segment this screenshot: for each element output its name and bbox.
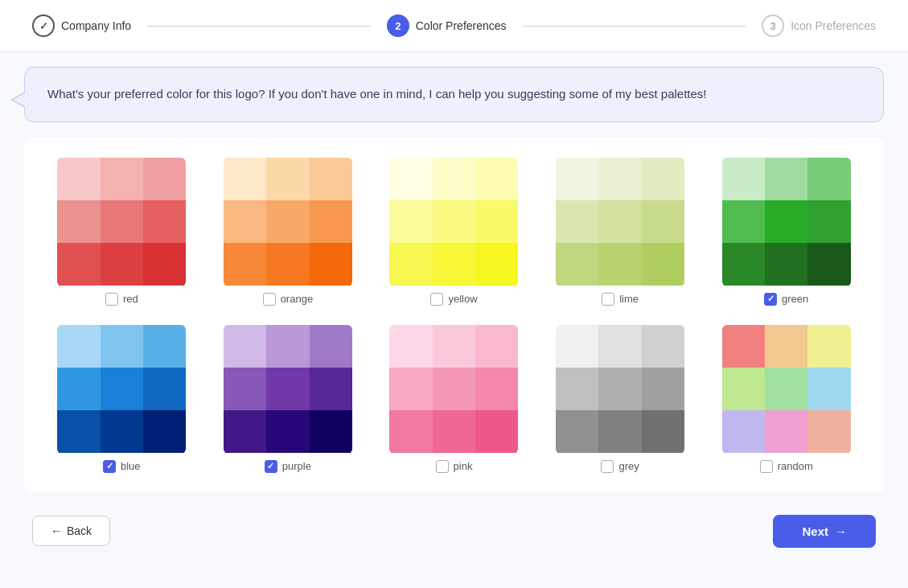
palette-cell (722, 243, 765, 286)
palette-cell (266, 410, 309, 453)
palette-cell (807, 243, 850, 286)
step-line-1 (147, 26, 371, 27)
next-button[interactable]: Next → (773, 515, 876, 548)
palette-cell (598, 368, 641, 410)
checkbox-pink[interactable] (436, 460, 449, 473)
palette-yellow[interactable] (389, 158, 518, 286)
palette-cell (556, 325, 598, 368)
color-item-lime[interactable]: lime (545, 158, 696, 306)
palette-cell (266, 158, 309, 200)
palette-cell (642, 200, 684, 243)
checkbox-lime[interactable] (602, 293, 614, 306)
checkbox-yellow[interactable] (430, 293, 443, 306)
palette-cell (101, 200, 143, 243)
step-company-info: ✓ Company Info (32, 14, 131, 37)
back-button[interactable]: ← Back (32, 516, 110, 546)
palette-cell (722, 200, 765, 243)
palette-cell (807, 368, 850, 410)
color-name-purple: purple (282, 460, 311, 472)
footer: ← Back Next → (0, 500, 908, 562)
color-item-pink[interactable]: pink (379, 325, 529, 473)
color-item-random[interactable]: random (711, 325, 861, 473)
color-label-row-pink: pink (436, 460, 473, 473)
palette-cell (722, 410, 765, 453)
palette-cell (101, 325, 143, 368)
palette-cell (765, 200, 807, 243)
checkbox-blue[interactable] (103, 460, 116, 473)
palette-cell (642, 410, 684, 453)
palette-cell (224, 410, 266, 453)
palette-cell (765, 410, 807, 453)
palette-cell (143, 325, 186, 368)
palette-cell (266, 200, 309, 243)
color-label-row-random: random (760, 460, 813, 473)
step-circle-color-preferences: 2 (387, 14, 409, 37)
palette-cell (310, 325, 352, 368)
palette-orange[interactable] (224, 158, 352, 286)
color-item-green[interactable]: green (711, 158, 861, 306)
palette-cell (722, 325, 765, 368)
step-line-2 (523, 26, 746, 27)
checkbox-green[interactable] (764, 293, 777, 306)
palette-random[interactable] (722, 325, 851, 454)
chat-bubble: What's your preferred color for this log… (24, 67, 884, 122)
palette-cell (556, 368, 598, 410)
palette-cell (475, 158, 518, 200)
palette-cell (389, 243, 432, 286)
palette-cell (475, 243, 518, 286)
color-item-orange[interactable]: orange (213, 158, 364, 306)
palette-cell (57, 410, 100, 453)
palette-cell (765, 243, 807, 286)
color-item-yellow[interactable]: yellow (379, 158, 529, 306)
checkbox-orange[interactable] (263, 293, 276, 306)
palette-pink[interactable] (389, 325, 518, 454)
palette-red[interactable] (57, 158, 186, 286)
palette-cell (433, 200, 475, 243)
palette-cell (57, 243, 100, 286)
palette-cell (433, 410, 475, 453)
color-item-purple[interactable]: purple (213, 325, 364, 473)
color-item-grey[interactable]: grey (545, 325, 696, 473)
palette-cell (433, 368, 475, 410)
color-label-row-purple: purple (265, 460, 311, 473)
palette-cell (101, 410, 143, 453)
palette-cell (556, 243, 598, 286)
stepper: ✓ Company Info 2 Color Preferences 3 Ico… (0, 0, 908, 52)
checkbox-grey[interactable] (601, 460, 614, 473)
palette-green[interactable] (722, 158, 851, 286)
palette-cell (266, 368, 309, 410)
palette-cell (101, 368, 143, 410)
palette-blue[interactable] (57, 325, 186, 454)
palette-cell (807, 158, 850, 200)
palette-lime[interactable] (556, 158, 684, 286)
palette-cell (266, 325, 309, 368)
palette-cell (556, 158, 598, 200)
color-name-grey: grey (618, 460, 639, 472)
step-label-icon-preferences: Icon Preferences (791, 19, 876, 32)
checkbox-red[interactable] (105, 293, 118, 306)
chat-message: What's your preferred color for this log… (47, 87, 707, 101)
next-label: Next (802, 524, 828, 538)
palette-cell (389, 410, 432, 453)
checkbox-purple[interactable] (265, 460, 277, 473)
palette-cell (475, 325, 518, 368)
palette-cell (722, 368, 765, 410)
checkbox-random[interactable] (760, 460, 773, 473)
palette-cell (433, 243, 475, 286)
step-label-color-preferences: Color Preferences (416, 19, 507, 32)
palette-cell (101, 158, 143, 200)
palette-cell (224, 368, 266, 410)
back-arrow-icon: ← (51, 524, 62, 537)
palette-grey[interactable] (556, 325, 684, 454)
color-name-red: red (123, 293, 138, 305)
palette-purple[interactable] (224, 325, 352, 454)
back-label: Back (67, 524, 92, 537)
color-item-red[interactable]: red (47, 158, 197, 306)
palette-cell (765, 325, 807, 368)
palette-cell (57, 325, 100, 368)
color-label-row-red: red (105, 293, 138, 306)
palette-cell (598, 325, 641, 368)
color-label-row-green: green (764, 293, 808, 306)
color-item-blue[interactable]: blue (47, 325, 197, 473)
palette-cell (224, 158, 266, 200)
